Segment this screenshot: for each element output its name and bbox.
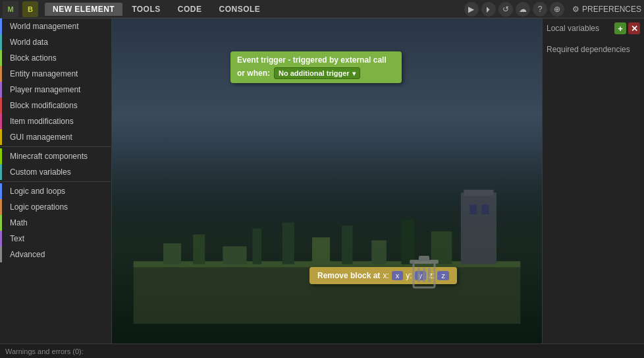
canvas-area[interactable]: Event trigger - triggered by external ca… [112, 18, 542, 343]
right-panel: Local variables + ✕ Required dependencie… [542, 18, 644, 343]
sidebar-item-entity-management[interactable]: Entity management [0, 66, 111, 82]
preferences-button[interactable]: ⚙ PREFERENCES [572, 5, 641, 14]
logo2-icon: B [22, 1, 38, 17]
event-trigger-line2: or when: No additional trigger [237, 67, 395, 79]
svg-rect-3 [193, 234, 205, 264]
top-bar: M B NEW ELEMENT TOOLS CODE CONSOLE ▶ ⏵ ↺… [0, 0, 644, 18]
warnings-label: Warnings and errors (0): [5, 347, 84, 355]
icon-help[interactable]: ? [533, 2, 547, 16]
svg-rect-9 [464, 190, 493, 196]
svg-rect-19 [428, 268, 431, 282]
tab-new-element[interactable]: NEW ELEMENT [45, 3, 122, 16]
svg-rect-14 [342, 225, 352, 264]
tab-code[interactable]: CODE [170, 3, 210, 16]
sidebar-item-player-management[interactable]: Player management [0, 82, 111, 98]
sidebar-item-text[interactable]: Text [0, 231, 111, 247]
local-vars-title: Local variables + ✕ [547, 22, 640, 34]
local-vars-section: Local variables + ✕ [547, 22, 640, 37]
svg-rect-18 [423, 268, 425, 282]
required-deps-label: Required dependencies [547, 45, 630, 54]
sidebar: World management World data Block action… [0, 18, 112, 343]
icon-step[interactable]: ⏵ [481, 2, 496, 16]
local-vars-buttons: + ✕ [614, 22, 640, 34]
svg-rect-21 [419, 256, 429, 261]
trash-svg [408, 254, 440, 291]
trigger-dropdown[interactable]: No additional trigger [274, 67, 360, 79]
svg-rect-6 [371, 240, 387, 264]
svg-rect-13 [282, 222, 294, 264]
required-deps-title: Required dependencies [547, 45, 640, 54]
tab-tools[interactable]: TOOLS [124, 3, 169, 16]
sidebar-item-logic-and-loops[interactable]: Logic and loops [0, 183, 111, 199]
event-trigger-block: Event trigger - triggered by external ca… [230, 51, 402, 83]
world-terrain-svg [112, 145, 542, 324]
top-bar-icons: ▶ ⏵ ↺ ☁ ? ⊕ ⚙ PREFERENCES [464, 2, 641, 16]
sidebar-item-logic-operations[interactable]: Logic operations [0, 199, 111, 215]
sidebar-item-math[interactable]: Math [0, 215, 111, 231]
icon-play[interactable]: ▶ [464, 2, 479, 16]
remove-local-var-button[interactable]: ✕ [628, 22, 640, 34]
logo-icon: M [3, 1, 18, 17]
gear-icon: ⚙ [572, 5, 579, 14]
icon-refresh[interactable]: ↺ [498, 2, 513, 16]
sidebar-item-gui-management[interactable]: GUI management [0, 129, 111, 145]
sidebar-item-block-actions[interactable]: Block actions [0, 50, 111, 66]
sidebar-item-advanced[interactable]: Advanced [0, 247, 111, 262]
local-vars-label: Local variables [547, 24, 599, 33]
tab-console[interactable]: CONSOLE [211, 3, 268, 16]
svg-rect-10 [470, 204, 477, 214]
sidebar-item-world-data[interactable]: World data [0, 34, 111, 50]
event-trigger-or-when: or when: [237, 69, 270, 78]
svg-rect-4 [223, 247, 246, 264]
sidebar-divider-2 [0, 181, 111, 182]
sidebar-item-minecraft-components[interactable]: Minecraft components [0, 148, 111, 164]
svg-rect-2 [163, 243, 181, 264]
remove-block-prefix: Remove block at [317, 271, 380, 280]
required-deps-section: Required dependencies [547, 45, 640, 57]
main-area: World management World data Block action… [0, 18, 644, 343]
trash-icon[interactable] [408, 254, 440, 297]
sidebar-item-block-modifications[interactable]: Block modifications [0, 98, 111, 113]
svg-rect-5 [312, 237, 330, 264]
bottom-bar: Warnings and errors (0): [0, 343, 644, 358]
remove-block-x-label: x: [383, 271, 389, 280]
icon-cloud[interactable]: ☁ [516, 2, 530, 16]
sidebar-item-item-modifications[interactable]: Item modifications [0, 113, 111, 129]
remove-block-x-badge[interactable]: x [392, 271, 404, 280]
sidebar-item-custom-variables[interactable]: Custom variables [0, 164, 111, 180]
svg-rect-8 [461, 193, 496, 264]
svg-rect-11 [481, 204, 489, 214]
add-local-var-button[interactable]: + [614, 22, 626, 34]
svg-rect-12 [253, 228, 262, 264]
sidebar-divider-1 [0, 146, 111, 147]
icon-plus-circle[interactable]: ⊕ [550, 2, 564, 16]
svg-rect-17 [417, 268, 420, 282]
preferences-label: PREFERENCES [582, 5, 641, 14]
event-trigger-title: Event trigger - triggered by external ca… [237, 55, 395, 65]
sidebar-item-world-management[interactable]: World management [0, 18, 111, 34]
